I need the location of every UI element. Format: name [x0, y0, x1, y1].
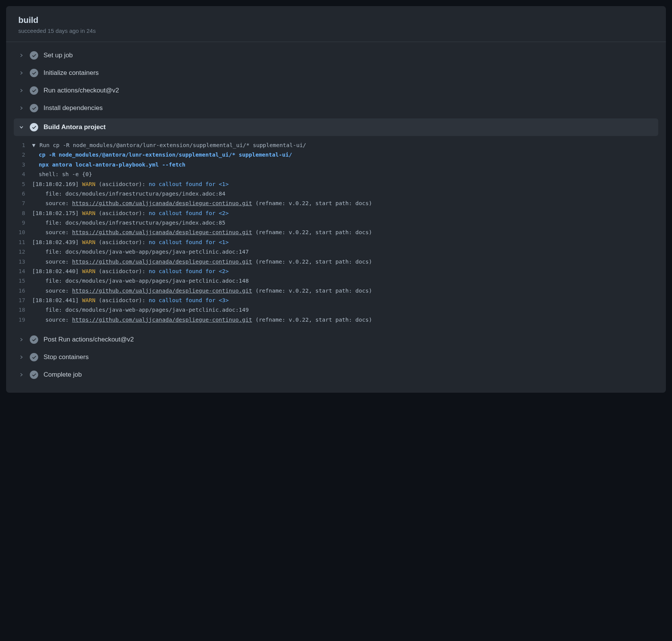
log-line[interactable]: 2 cp -R node_modules/@antora/lunr-extens… — [14, 150, 658, 160]
job-panel: build succeeded 15 days ago in 24s Set u… — [6, 6, 666, 393]
step-label: Stop containers — [44, 353, 89, 361]
log-text: Run — [39, 142, 53, 148]
log-source: (asciidoctor): — [99, 268, 145, 274]
line-number: 1 — [14, 141, 32, 150]
step-label: Set up job — [44, 52, 73, 59]
step-label: Complete job — [44, 371, 82, 379]
line-number: 12 — [14, 247, 32, 257]
check-circle-icon — [30, 69, 38, 77]
chevron-right-icon — [18, 52, 24, 58]
line-number: 4 — [14, 170, 32, 179]
line-number: 7 — [14, 199, 32, 208]
log-source: (asciidoctor): — [99, 181, 145, 187]
line-number: 10 — [14, 228, 32, 237]
log-text: source: — [32, 200, 72, 206]
chevron-right-icon — [18, 105, 24, 111]
job-status-line: succeeded 15 days ago in 24s — [18, 28, 654, 34]
log-line[interactable]: 10 source: https://github.com/ualjjcanad… — [14, 228, 658, 237]
log-url[interactable]: https://github.com/ualjjcanada/despliegu… — [72, 259, 252, 265]
log-text: file: docs/modules/java-web-app/pages/ja… — [32, 278, 249, 284]
log-url[interactable]: https://github.com/ualjjcanada/despliegu… — [72, 317, 252, 323]
log-line[interactable]: 18 file: docs/modules/java-web-app/pages… — [14, 305, 658, 315]
line-number: 16 — [14, 286, 32, 296]
log-message: no callout found for <2> — [149, 268, 229, 274]
job-header: build succeeded 15 days ago in 24s — [6, 6, 666, 42]
log-output: 1 ▼ Run cp -R node_modules/@antora/lunr-… — [14, 138, 658, 327]
log-text: file: docs/modules/java-web-app/pages/ja… — [32, 307, 249, 313]
log-message: no callout found for <3> — [149, 297, 229, 303]
log-line[interactable]: 5 [18:18:02.169] WARN (asciidoctor): no … — [14, 180, 658, 189]
line-number: 18 — [14, 305, 32, 315]
log-text: npx antora local-antora-playbook.yml --f… — [39, 162, 185, 168]
log-text: source: — [32, 259, 72, 265]
log-line[interactable]: 17 [18:18:02.441] WARN (asciidoctor): no… — [14, 296, 658, 305]
step-set-up-job[interactable]: Set up job — [6, 47, 666, 64]
log-message: no callout found for <1> — [149, 239, 229, 245]
line-number: 13 — [14, 257, 32, 267]
check-circle-icon — [30, 51, 38, 60]
log-text: (refname: v.0.22, start path: docs) — [252, 229, 372, 235]
log-level: WARN — [82, 210, 95, 216]
log-line[interactable]: 4 shell: sh -e {0} — [14, 170, 658, 179]
step-list: Set up job Initialize containers Run act… — [6, 42, 666, 393]
log-level: WARN — [82, 239, 95, 245]
log-line[interactable]: 9 file: docs/modules/infraestructura/pag… — [14, 218, 658, 228]
chevron-down-icon — [18, 124, 24, 130]
log-line[interactable]: 1 ▼ Run cp -R node_modules/@antora/lunr-… — [14, 141, 658, 150]
step-complete-job[interactable]: Complete job — [6, 366, 666, 384]
log-source: (asciidoctor): — [99, 239, 145, 245]
log-timestamp: [18:18:02.175] — [32, 210, 79, 216]
log-line[interactable]: 13 source: https://github.com/ualjjcanad… — [14, 257, 658, 267]
log-level: WARN — [82, 181, 95, 187]
step-initialize-containers[interactable]: Initialize containers — [6, 64, 666, 82]
log-text: source: — [32, 229, 72, 235]
log-text: cp -R node_modules/@antora/lunr-extensio… — [39, 152, 292, 158]
line-number: 5 — [14, 180, 32, 189]
log-line[interactable]: 7 source: https://github.com/ualjjcanada… — [14, 199, 658, 208]
log-timestamp: [18:18:02.441] — [32, 297, 79, 303]
log-text: source: — [32, 288, 72, 294]
chevron-right-icon — [18, 337, 24, 343]
log-message: no callout found for <1> — [149, 181, 229, 187]
log-line[interactable]: 8 [18:18:02.175] WARN (asciidoctor): no … — [14, 209, 658, 218]
log-line[interactable]: 3 npx antora local-antora-playbook.yml -… — [14, 160, 658, 170]
log-line[interactable]: 15 file: docs/modules/java-web-app/pages… — [14, 276, 658, 286]
log-text: cp -R node_modules/@antora/lunr-extensio… — [53, 142, 306, 148]
log-message: no callout found for <2> — [149, 210, 229, 216]
chevron-right-icon — [18, 354, 24, 360]
log-url[interactable]: https://github.com/ualjjcanada/despliegu… — [72, 200, 252, 206]
log-line[interactable]: 12 file: docs/modules/java-web-app/pages… — [14, 247, 658, 257]
log-line[interactable]: 16 source: https://github.com/ualjjcanad… — [14, 286, 658, 296]
step-install-dependencies[interactable]: Install dependencies — [6, 99, 666, 117]
line-number: 2 — [14, 150, 32, 160]
caret-down-icon[interactable]: ▼ — [32, 141, 39, 150]
step-label: Initialize containers — [44, 69, 99, 77]
log-url[interactable]: https://github.com/ualjjcanada/despliegu… — [72, 229, 252, 235]
check-circle-icon — [30, 123, 38, 131]
step-label: Build Antora project — [44, 123, 106, 131]
check-circle-icon — [30, 371, 38, 379]
log-line[interactable]: 11 [18:18:02.439] WARN (asciidoctor): no… — [14, 238, 658, 247]
line-number: 3 — [14, 160, 32, 170]
step-run-checkout[interactable]: Run actions/checkout@v2 — [6, 82, 666, 99]
log-url[interactable]: https://github.com/ualjjcanada/despliegu… — [72, 288, 252, 294]
log-line[interactable]: 19 source: https://github.com/ualjjcanad… — [14, 315, 658, 325]
check-circle-icon — [30, 353, 38, 361]
log-text: file: docs/modules/infraestructura/pages… — [32, 191, 225, 197]
chevron-right-icon — [18, 372, 24, 378]
line-number: 11 — [14, 238, 32, 247]
check-circle-icon — [30, 86, 38, 95]
step-build-antora[interactable]: Build Antora project — [14, 118, 658, 136]
log-level: WARN — [82, 297, 95, 303]
log-line[interactable]: 6 file: docs/modules/infraestructura/pag… — [14, 189, 658, 199]
log-text: shell: sh -e {0} — [39, 171, 92, 177]
line-number: 14 — [14, 267, 32, 276]
step-label: Install dependencies — [44, 104, 103, 112]
line-number: 9 — [14, 218, 32, 228]
step-stop-containers[interactable]: Stop containers — [6, 348, 666, 366]
log-source: (asciidoctor): — [99, 297, 145, 303]
step-post-checkout[interactable]: Post Run actions/checkout@v2 — [6, 331, 666, 348]
log-line[interactable]: 14 [18:18:02.440] WARN (asciidoctor): no… — [14, 267, 658, 276]
job-title: build — [18, 15, 654, 25]
line-number: 17 — [14, 296, 32, 305]
